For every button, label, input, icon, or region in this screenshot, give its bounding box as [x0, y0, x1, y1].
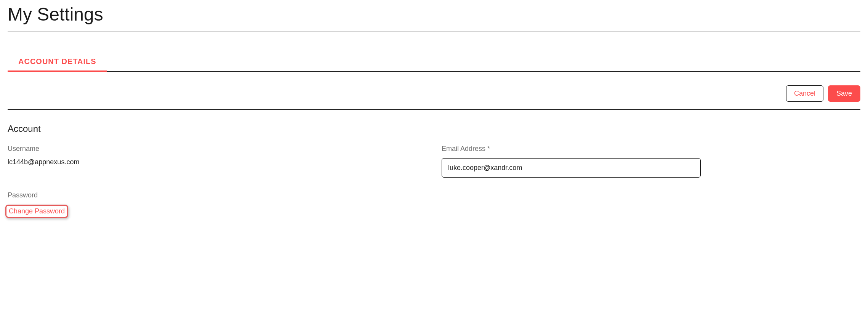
actions-bar: Cancel Save [8, 72, 860, 110]
save-button[interactable]: Save [828, 85, 860, 102]
cancel-button[interactable]: Cancel [786, 85, 823, 102]
password-field-group: Password Change Password [8, 191, 426, 218]
account-row-1: Username lc144b@appnexus.com Email Addre… [8, 145, 860, 178]
password-label: Password [8, 191, 426, 199]
email-label: Email Address * [442, 145, 860, 153]
username-label: Username [8, 145, 426, 153]
account-row-2: Password Change Password [8, 191, 860, 218]
email-input[interactable] [442, 158, 701, 178]
change-password-link[interactable]: Change Password [9, 207, 65, 215]
account-section-title: Account [8, 123, 860, 134]
account-section: Account Username lc144b@appnexus.com Ema… [8, 110, 860, 241]
tabs-container: ACCOUNT DETAILS [8, 51, 860, 72]
username-value: lc144b@appnexus.com [8, 158, 426, 166]
username-field-group: Username lc144b@appnexus.com [8, 145, 426, 178]
page-title: My Settings [8, 4, 860, 32]
email-field-group: Email Address * [442, 145, 860, 178]
change-password-highlight: Change Password [5, 205, 68, 218]
tab-account-details[interactable]: ACCOUNT DETAILS [8, 51, 107, 71]
